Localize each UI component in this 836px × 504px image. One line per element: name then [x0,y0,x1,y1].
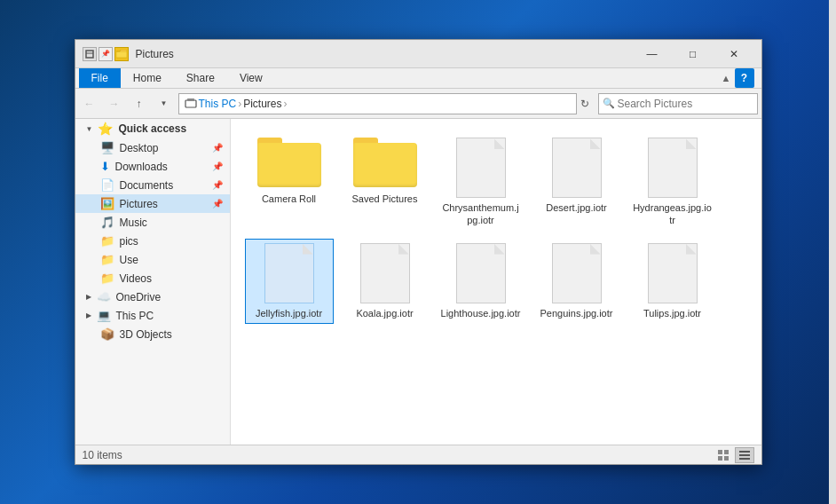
svg-rect-7 [724,456,729,461]
sidebar-item-pictures[interactable]: 🖼️ Pictures 📌 [75,194,230,213]
doc-body [456,243,506,303]
file-item-hydrangeas[interactable]: Hydrangeas.jpg.iotr [628,133,717,232]
expand-icon: ▼ [86,125,93,133]
doc-icon-desert [552,138,602,198]
sidebar-scroll-area: ▼ ⭐ Quick access 🖥️ Desktop 📌 ⬇ Download… [75,119,230,445]
music-icon: 🎵 [100,216,114,229]
folder-icon-camera-roll [257,138,321,189]
grid-view-button[interactable] [714,447,733,463]
quick-access-star-icon: ⭐ [98,122,113,136]
help-button[interactable]: ? [735,68,754,88]
doc-icon-jellyfish [264,243,314,303]
sidebar-item-desktop[interactable]: 🖥️ Desktop 📌 [75,138,230,157]
close-button[interactable]: ✕ [714,40,754,68]
forward-button[interactable]: → [104,93,125,114]
doc-fold [590,244,601,255]
breadcrumb-pictures[interactable]: Pictures [243,98,281,110]
sidebar-pictures-label: Pictures [120,198,158,210]
file-item-lighthouse[interactable]: Lighthouse.jpg.iotr [437,239,525,324]
sidebar-item-music[interactable]: 🎵 Music [75,213,230,232]
pin-icon[interactable]: 📌 [99,47,113,61]
sidebar-item-3dobjects[interactable]: 📦 3D Objects [75,325,230,343]
folder-body [353,143,417,187]
doc-icon-hydrangeas [648,138,698,198]
sidebar-item-thispc[interactable]: ▶ 💻 This PC [75,306,230,325]
sidebar-quick-access[interactable]: ▼ ⭐ Quick access [75,119,230,138]
pin-downloads-icon: 📌 [212,161,223,171]
sidebar: ▼ ⭐ Quick access 🖥️ Desktop 📌 ⬇ Download… [75,119,231,445]
main-content: ▼ ⭐ Quick access 🖥️ Desktop 📌 ⬇ Download… [75,119,761,445]
file-label-camera-roll: Camera Roll [262,193,316,205]
status-bar: 10 items [75,445,761,464]
file-item-camera-roll[interactable]: Camera Roll [245,133,334,232]
3dobjects-icon: 📦 [100,327,114,341]
doc-body [360,243,410,303]
file-area: Camera Roll Saved Pictures Chrysanthemum… [231,119,761,445]
file-item-jellyfish[interactable]: Jellyfish.jpg.iotr [245,239,334,324]
breadcrumb-thispc-label[interactable]: This PC [199,98,237,110]
tab-view[interactable]: View [227,68,275,88]
pics-icon: 📁 [100,234,114,248]
file-item-saved-pictures[interactable]: Saved Pictures [341,133,430,232]
search-icon: 🔍 [603,98,615,109]
file-item-koala[interactable]: Koala.jpg.iotr [341,239,430,324]
sidebar-item-downloads[interactable]: ⬇ Downloads 📌 [75,157,230,176]
recent-locations-button[interactable]: ▼ [154,93,175,114]
sidebar-videos-label: Videos [120,272,152,285]
sidebar-item-videos[interactable]: 📁 Videos [75,269,230,287]
doc-body [264,243,314,303]
breadcrumb[interactable]: This PC › Pictures › [178,93,577,114]
sidebar-item-use[interactable]: 📁 Use [75,250,230,269]
expand-thispc-icon: ▶ [86,311,91,319]
doc-fold [686,244,697,255]
list-view-button[interactable] [735,447,754,463]
window-controls: — □ ✕ [632,40,754,68]
refresh-button[interactable]: ↻ [580,98,595,110]
file-label-tulips: Tulips.jpg.iotr [643,307,701,319]
view-controls [714,447,754,463]
up-button[interactable]: ↑ [129,93,150,114]
file-label-koala: Koala.jpg.iotr [356,307,413,319]
file-item-chrysanthemum[interactable]: Chrysanthemum.jpg.iotr [437,133,525,232]
sidebar-documents-label: Documents [120,179,174,192]
minimize-button[interactable]: — [632,40,673,68]
file-item-tulips[interactable]: Tulips.jpg.iotr [628,239,717,324]
sidebar-item-documents[interactable]: 📄 Documents 📌 [75,176,230,194]
svg-rect-2 [185,100,196,107]
window-title: Pictures [136,48,632,60]
sidebar-item-onedrive[interactable]: ▶ ☁️ OneDrive [75,287,230,306]
pictures-icon: 🖼️ [100,197,114,210]
window-icon [83,47,97,61]
svg-rect-0 [86,51,93,58]
svg-rect-9 [739,454,750,456]
file-label-penguins: Penguins.jpg.iotr [540,307,613,319]
search-input[interactable] [618,98,753,110]
doc-body [552,138,602,198]
tab-share[interactable]: Share [174,68,227,88]
file-item-desert[interactable]: Desert.jpg.iotr [532,133,621,232]
doc-fold [398,244,409,255]
breadcrumb-thispc[interactable] [185,97,199,110]
svg-rect-8 [739,451,750,453]
sidebar-item-pics[interactable]: 📁 pics [75,232,230,250]
search-box[interactable]: 🔍 [598,93,758,114]
folder-body [257,143,321,187]
expand-ribbon-icon[interactable]: ▲ [722,73,731,83]
sidebar-desktop-label: Desktop [120,142,159,154]
tab-home[interactable]: Home [121,68,174,88]
item-count: 10 items [83,449,122,461]
sidebar-downloads-label: Downloads [115,161,168,173]
file-label-saved-pictures: Saved Pictures [352,193,418,205]
file-label-hydrangeas: Hydrangeas.jpg.iotr [633,201,713,227]
pin-documents-icon: 📌 [212,180,223,190]
file-item-penguins[interactable]: Penguins.jpg.iotr [532,239,621,324]
tab-file[interactable]: File [79,68,121,88]
pin-pictures-icon: 📌 [212,199,223,209]
back-button[interactable]: ← [79,93,100,114]
doc-icon-lighthouse [456,243,506,303]
onedrive-icon: ☁️ [97,290,111,303]
svg-rect-3 [187,98,194,101]
breadcrumb-sep2: › [284,98,288,110]
maximize-button[interactable]: □ [673,40,714,68]
doc-fold [303,244,313,255]
